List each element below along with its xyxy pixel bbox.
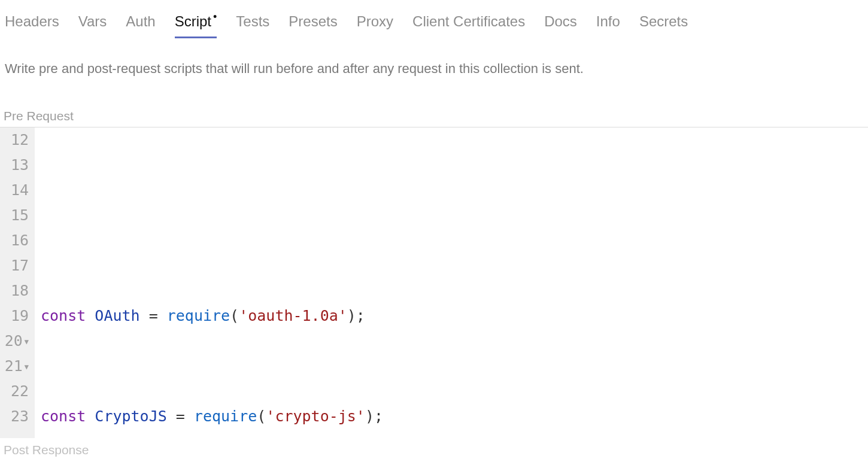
line-number: 15 bbox=[4, 203, 29, 228]
tab-headers[interactable]: Headers bbox=[5, 13, 59, 37]
pre-request-label: Pre Request bbox=[0, 77, 868, 127]
pre-request-editor[interactable]: 12 13 14 15 16 17 18 19 20▼ 21▼ 22 23 co… bbox=[0, 127, 868, 438]
fold-icon[interactable]: ▼ bbox=[25, 363, 29, 371]
line-number: 17 bbox=[4, 253, 29, 278]
post-response-label: Post Response bbox=[0, 438, 868, 457]
line-number: 23 bbox=[4, 404, 29, 429]
script-description: Write pre and post-request scripts that … bbox=[0, 37, 868, 77]
tab-info[interactable]: Info bbox=[596, 13, 620, 37]
tab-tests[interactable]: Tests bbox=[236, 13, 269, 37]
tabs-bar: Headers Vars Auth Script• Tests Presets … bbox=[0, 0, 868, 37]
tab-script-label: Script bbox=[175, 13, 211, 29]
unsaved-dot-icon: • bbox=[213, 11, 217, 23]
tab-script[interactable]: Script• bbox=[175, 13, 217, 37]
line-number: 21▼ bbox=[4, 354, 29, 379]
editor-code[interactable]: const OAuth = require('oauth-1.0a'); con… bbox=[35, 127, 726, 438]
line-number: 13 bbox=[4, 153, 29, 178]
fold-icon[interactable]: ▼ bbox=[25, 338, 29, 346]
tab-client-certificates[interactable]: Client Certificates bbox=[412, 13, 525, 37]
line-number: 18 bbox=[4, 278, 29, 303]
line-number: 19 bbox=[4, 303, 29, 329]
tab-presets[interactable]: Presets bbox=[289, 13, 337, 37]
line-number: 14 bbox=[4, 178, 29, 203]
tab-auth[interactable]: Auth bbox=[126, 13, 155, 37]
tab-vars[interactable]: Vars bbox=[78, 13, 107, 37]
code-line bbox=[41, 203, 726, 228]
line-number: 16 bbox=[4, 228, 29, 253]
tab-proxy[interactable]: Proxy bbox=[357, 13, 393, 37]
code-line: const OAuth = require('oauth-1.0a'); bbox=[41, 303, 726, 329]
tab-docs[interactable]: Docs bbox=[544, 13, 577, 37]
line-number: 22 bbox=[4, 379, 29, 404]
editor-gutter: 12 13 14 15 16 17 18 19 20▼ 21▼ 22 23 bbox=[0, 127, 35, 438]
line-number: 12 bbox=[4, 127, 29, 153]
code-line: const CryptoJS = require('crypto-js'); bbox=[41, 404, 726, 429]
tab-secrets[interactable]: Secrets bbox=[639, 13, 688, 37]
line-number: 20▼ bbox=[4, 329, 29, 354]
